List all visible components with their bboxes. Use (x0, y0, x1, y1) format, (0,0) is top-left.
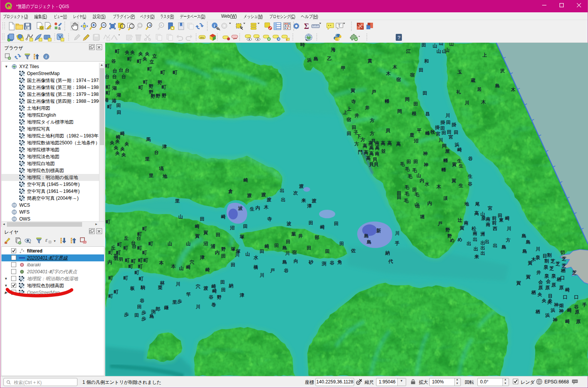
svg-text:T: T (338, 23, 341, 28)
svg-text:a: a (58, 26, 61, 30)
svg-text:ε: ε (45, 237, 48, 243)
svg-text:?: ? (398, 35, 401, 40)
svg-text:i: i (45, 55, 47, 59)
svg-text:abc: abc (200, 36, 205, 39)
svg-text:Σ: Σ (304, 22, 309, 30)
